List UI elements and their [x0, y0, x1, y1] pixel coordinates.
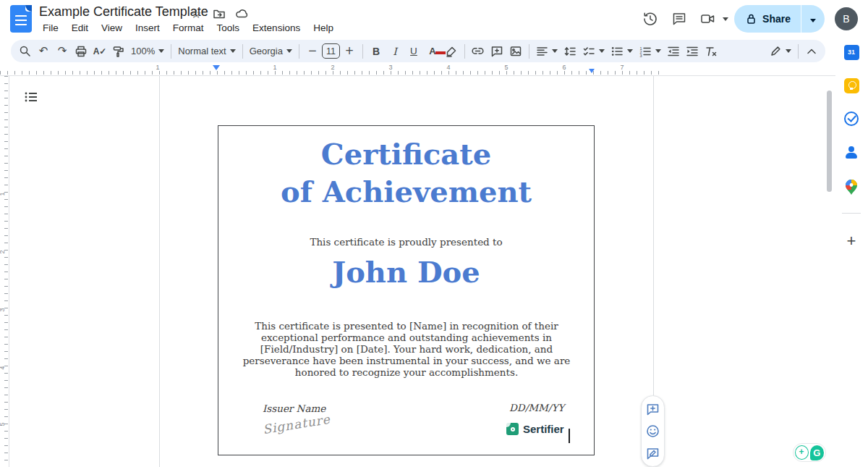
undo-icon[interactable]: ↶	[34, 42, 53, 61]
align-select[interactable]	[533, 42, 561, 61]
tasks-icon[interactable]	[841, 108, 862, 130]
meet-video-icon[interactable]	[694, 4, 723, 33]
grammarly-suggestion-icon[interactable]	[795, 445, 809, 460]
checklist-select[interactable]	[579, 42, 608, 61]
add-comment-margin-button[interactable]	[646, 402, 660, 416]
contacts-icon[interactable]	[841, 142, 862, 164]
issuer-name-label[interactable]: Issuer Name	[263, 403, 326, 414]
menu-format[interactable]: Format	[166, 20, 210, 35]
certificate-border: Certificate of Achievement This certific…	[218, 125, 595, 455]
menu-bar: File Edit View Insert Format Tools Exten…	[36, 20, 340, 35]
lock-icon	[746, 13, 757, 25]
date-placeholder[interactable]: DD/MM/YY	[509, 402, 564, 413]
menu-insert[interactable]: Insert	[129, 20, 166, 35]
sertifier-wordmark: Sertifier	[523, 423, 564, 435]
bulleted-list-select[interactable]	[608, 42, 636, 61]
suggest-edits-button[interactable]	[646, 446, 660, 460]
document-outline-icon[interactable]	[23, 89, 39, 105]
line-spacing-icon[interactable]	[561, 42, 579, 61]
search-menus-icon[interactable]	[15, 42, 34, 61]
document-canvas: 1 1 2 3 4 5 6 7 1 2 3 4 5 Certificate o	[0, 64, 835, 467]
google-docs-app: Example Certificate Template ☆ File Edit…	[0, 0, 868, 467]
menu-file[interactable]: File	[36, 20, 65, 35]
move-folder-icon[interactable]	[211, 6, 227, 22]
certificate-title-line2[interactable]: of Achievement	[218, 174, 594, 210]
certificate-title-line1[interactable]: Certificate	[218, 136, 594, 172]
account-avatar[interactable]: B	[835, 7, 858, 30]
add-comment-icon[interactable]	[488, 42, 506, 61]
keep-icon[interactable]	[841, 75, 862, 96]
clear-formatting-icon[interactable]	[702, 42, 720, 61]
menu-extensions[interactable]: Extensions	[246, 20, 307, 35]
numbered-list-select[interactable]: 123	[636, 42, 664, 61]
comments-icon[interactable]	[665, 4, 694, 33]
sertifier-logo: Sertifier	[506, 423, 564, 435]
font-size-input[interactable]: 11	[322, 43, 340, 59]
font-size-decrease[interactable]: −	[303, 42, 322, 61]
side-panel-rail: 31 +	[835, 38, 868, 467]
document-title[interactable]: Example Certificate Template	[39, 4, 208, 20]
editing-mode-select[interactable]	[767, 42, 794, 61]
toolbar: ↶ ↷ A✓ 100% Normal text Georgia −	[11, 40, 825, 62]
star-icon[interactable]: ☆	[188, 6, 204, 22]
menu-view[interactable]: View	[95, 20, 129, 35]
svg-text:3: 3	[639, 53, 642, 57]
italic-button[interactable]: I	[386, 42, 404, 61]
print-icon[interactable]	[72, 42, 90, 61]
horizontal-ruler[interactable]: 1 1 2 3 4 5 6 7	[0, 64, 835, 76]
font-size-increase[interactable]: +	[340, 42, 359, 61]
spellcheck-icon[interactable]: A✓	[90, 42, 109, 61]
decrease-indent-icon[interactable]	[664, 42, 683, 61]
google-docs-logo-icon[interactable]	[10, 5, 32, 33]
document-page[interactable]: Certificate of Achievement This certific…	[159, 76, 654, 467]
emoji-reaction-button[interactable]	[646, 424, 660, 439]
right-indent-marker[interactable]	[589, 69, 595, 73]
paint-format-icon[interactable]	[109, 42, 128, 61]
version-history-icon[interactable]	[636, 4, 665, 33]
grammarly-widget[interactable]: G	[793, 443, 826, 462]
hide-menus-button[interactable]	[802, 42, 821, 61]
font-select[interactable]: Georgia	[247, 42, 295, 61]
get-addons-button[interactable]: +	[841, 230, 862, 252]
menu-help[interactable]: Help	[307, 20, 340, 35]
meet-dropdown-caret[interactable]	[723, 17, 728, 21]
vertical-ruler[interactable]: 1 2 3 4 5	[0, 76, 9, 467]
zoom-select[interactable]: 100%	[128, 42, 167, 61]
share-label: Share	[762, 13, 791, 25]
menu-tools[interactable]: Tools	[210, 20, 247, 35]
certificate-body-text[interactable]: This certificate is presented to [Name] …	[226, 320, 587, 378]
insert-link-icon[interactable]	[469, 42, 488, 61]
grammarly-g-icon[interactable]: G	[810, 445, 824, 460]
cloud-saved-icon[interactable]	[234, 6, 250, 22]
calendar-icon[interactable]: 31	[841, 41, 862, 63]
scrollbar-thumb[interactable]	[827, 91, 832, 192]
signature-text[interactable]: Signature	[262, 412, 331, 437]
maps-icon[interactable]	[841, 176, 862, 198]
underline-button[interactable]: U	[404, 42, 423, 61]
menu-edit[interactable]: Edit	[65, 20, 95, 35]
header: Example Certificate Template ☆ File Edit…	[0, 0, 868, 38]
paragraph-style-select[interactable]: Normal text	[175, 42, 238, 61]
left-indent-marker[interactable]	[213, 65, 220, 70]
bold-button[interactable]: B	[367, 42, 386, 61]
share-button[interactable]: Share	[734, 5, 825, 33]
sertifier-logo-icon	[506, 423, 519, 435]
text-color-button[interactable]: A	[423, 42, 442, 61]
redo-icon[interactable]: ↷	[53, 42, 72, 61]
text-cursor	[569, 429, 570, 443]
presented-text[interactable]: This certificate is proudly presented to	[218, 236, 594, 248]
share-dropdown-caret[interactable]	[801, 12, 825, 25]
increase-indent-icon[interactable]	[683, 42, 702, 61]
margin-action-pill	[641, 395, 665, 467]
insert-image-icon[interactable]	[506, 42, 525, 61]
recipient-name[interactable]: John Doe	[218, 255, 594, 289]
